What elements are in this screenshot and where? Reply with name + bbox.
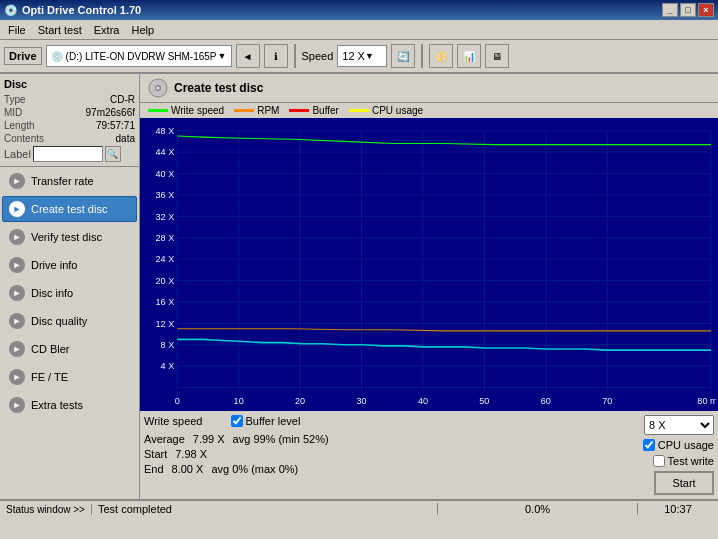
minimize-button[interactable]: _: [662, 3, 678, 17]
disc-length-label: Length: [4, 120, 35, 131]
stats-row: Average 7.99 X avg 99% (min 52%): [144, 433, 329, 445]
nav-transfer-rate[interactable]: ► Transfer rate: [2, 168, 137, 194]
cd-bler-icon: ►: [9, 341, 25, 357]
svg-text:32 X: 32 X: [156, 211, 175, 221]
drive-value: (D:) LITE-ON DVDRW SHM-165P65 M50: [66, 51, 216, 62]
svg-text:48 X: 48 X: [156, 126, 175, 136]
stat-end-extra: avg 0% (max 0%): [211, 463, 298, 475]
speed-label: Speed: [302, 50, 334, 62]
svg-text:24 X: 24 X: [156, 254, 175, 264]
svg-text:44 X: 44 X: [156, 147, 175, 157]
close-button[interactable]: ×: [698, 3, 714, 17]
menu-start-test[interactable]: Start test: [32, 22, 88, 38]
status-window-btn[interactable]: Status window >>: [0, 504, 92, 515]
stat-end-value: 8.00 X: [172, 463, 204, 475]
disc-mid-label: MID: [4, 107, 22, 118]
nav-transfer-rate-label: Transfer rate: [31, 175, 94, 187]
write-speed-label: Write speed: [144, 415, 203, 427]
menu-extra[interactable]: Extra: [88, 22, 126, 38]
nav-disc-info[interactable]: ► Disc info: [2, 280, 137, 306]
menu-file[interactable]: File: [2, 22, 32, 38]
buffer-checkbox-row: Buffer level: [231, 415, 301, 427]
disc-label-input[interactable]: [33, 146, 103, 162]
controls-bottom: Write speed Buffer level Average 7.99 X …: [140, 411, 718, 499]
chart-svg: 48 X 44 X 40 X 36 X 32 X 28 X 24 X 20 X …: [142, 120, 716, 409]
svg-text:80 min: 80 min: [697, 395, 716, 405]
speed-combo: 8 X 4 X 12 X 16 X: [644, 415, 714, 435]
legend-rpm: RPM: [234, 105, 279, 116]
toolbar-separator-2: [421, 44, 423, 68]
nav-extra-tests[interactable]: ► Extra tests: [2, 392, 137, 418]
legend-cpu-color: [349, 109, 369, 112]
fe-te-icon: ►: [9, 369, 25, 385]
cd-icon: [148, 78, 168, 98]
svg-text:4 X: 4 X: [161, 361, 175, 371]
stat-average-extra: avg 99% (min 52%): [233, 433, 329, 445]
disc-panel: Disc Type CD-R MID 97m26s66f Length 79:5…: [0, 74, 139, 167]
cpu-usage-checkbox[interactable]: [643, 439, 655, 451]
legend-buffer-color: [289, 109, 309, 112]
toolbar-btn-1[interactable]: 📀: [429, 44, 453, 68]
toolbar: Drive 💿 (D:) LITE-ON DVDRW SHM-165P65 M5…: [0, 40, 718, 74]
svg-text:20 X: 20 X: [156, 276, 175, 286]
start-button[interactable]: Start: [654, 471, 714, 495]
content-header: Create test disc: [140, 74, 718, 103]
disc-label-btn[interactable]: 🔍: [105, 146, 121, 162]
nav-cd-bler[interactable]: ► CD Bler: [2, 336, 137, 362]
menu-help[interactable]: Help: [125, 22, 160, 38]
disc-contents-row: Contents data: [4, 133, 135, 144]
sidebar: Disc Type CD-R MID 97m26s66f Length 79:5…: [0, 74, 140, 499]
legend-buffer-label: Buffer: [312, 105, 339, 116]
chart-legend: Write speed RPM Buffer CPU usage: [140, 103, 718, 118]
controls-left: Write speed Buffer level Average 7.99 X …: [144, 415, 329, 475]
stat-average-label: Average: [144, 433, 185, 445]
legend-rpm-color: [234, 109, 254, 112]
toolbar-btn-info[interactable]: ℹ: [264, 44, 288, 68]
disc-label-row: Label 🔍: [4, 146, 135, 162]
disc-type-label: Type: [4, 94, 26, 105]
nav-create-test-disc[interactable]: ► Create test disc: [2, 196, 137, 222]
svg-rect-3: [142, 120, 716, 409]
verify-test-disc-icon: ►: [9, 229, 25, 245]
create-test-disc-icon: ►: [9, 201, 25, 217]
controls-right: 8 X 4 X 12 X 16 X CPU usage Test write S…: [643, 415, 714, 495]
svg-text:20: 20: [295, 395, 305, 405]
status-text: Test completed: [92, 503, 438, 515]
toolbar-btn-refresh[interactable]: 🔄: [391, 44, 415, 68]
stats-row-3: End 8.00 X avg 0% (max 0%): [144, 463, 329, 475]
svg-text:36 X: 36 X: [156, 190, 175, 200]
stat-end-label: End: [144, 463, 164, 475]
toolbar-btn-back[interactable]: ◄: [236, 44, 260, 68]
svg-text:8 X: 8 X: [161, 340, 175, 350]
buffer-level-checkbox[interactable]: [231, 415, 243, 427]
write-speed-row: Write speed Buffer level: [144, 415, 329, 427]
stat-start: Start 7.98 X: [144, 448, 207, 460]
svg-text:70: 70: [602, 395, 612, 405]
speed-value: 12 X: [342, 50, 365, 62]
test-write-checkbox[interactable]: [653, 455, 665, 467]
nav-fe-te[interactable]: ► FE / TE: [2, 364, 137, 390]
nav-fe-te-label: FE / TE: [31, 371, 68, 383]
nav-extra-tests-label: Extra tests: [31, 399, 83, 411]
drive-info-icon: ►: [9, 257, 25, 273]
speed-dropdown[interactable]: 8 X 4 X 12 X 16 X: [644, 415, 714, 435]
speed-select[interactable]: 12 X ▼: [337, 45, 387, 67]
toolbar-btn-3[interactable]: 🖥: [485, 44, 509, 68]
toolbar-separator: [294, 44, 296, 68]
main-layout: Disc Type CD-R MID 97m26s66f Length 79:5…: [0, 74, 718, 499]
drive-select[interactable]: 💿 (D:) LITE-ON DVDRW SHM-165P65 M50 ▼: [46, 45, 232, 67]
svg-text:60: 60: [541, 395, 551, 405]
time-value: 10:37: [664, 503, 692, 515]
stat-start-value: 7.98 X: [175, 448, 207, 460]
nav-verify-test-disc-label: Verify test disc: [31, 231, 102, 243]
nav-verify-test-disc[interactable]: ► Verify test disc: [2, 224, 137, 250]
legend-buffer: Buffer: [289, 105, 339, 116]
maximize-button[interactable]: □: [680, 3, 696, 17]
title-bar: 💿 Opti Drive Control 1.70 _ □ ×: [0, 0, 718, 20]
legend-write-speed-label: Write speed: [171, 105, 224, 116]
cpu-usage-row: CPU usage: [643, 439, 714, 451]
disc-mid-value: 97m26s66f: [86, 107, 135, 118]
nav-disc-quality[interactable]: ► Disc quality: [2, 308, 137, 334]
toolbar-btn-2[interactable]: 📊: [457, 44, 481, 68]
nav-drive-info[interactable]: ► Drive info: [2, 252, 137, 278]
